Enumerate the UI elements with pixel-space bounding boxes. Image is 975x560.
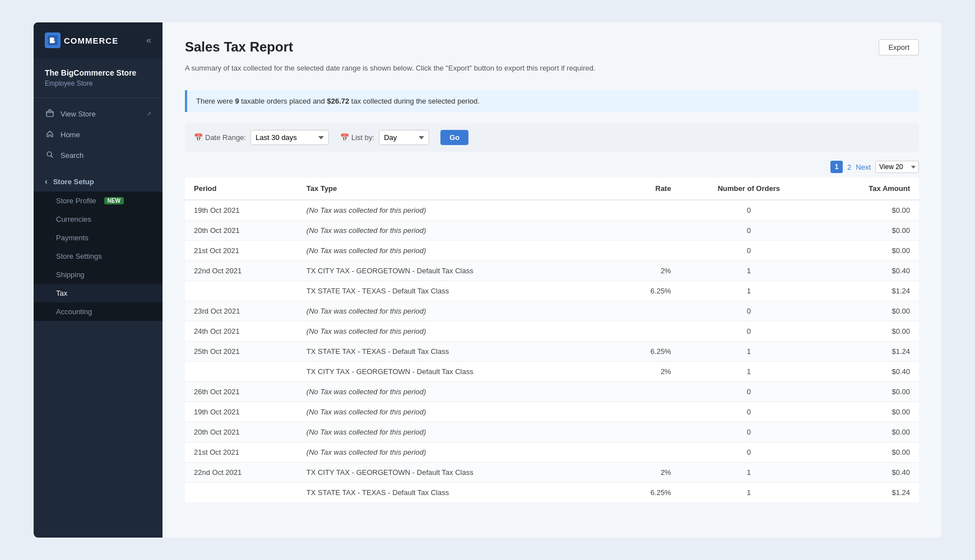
new-badge: NEW [104,197,124,204]
cell-period: 26th Oct 2021 [185,382,298,402]
cell-amount: $0.00 [818,321,919,342]
page-2-link[interactable]: 2 [847,163,851,171]
sidebar-item-view-store-label: View Store [61,110,96,118]
sidebar-item-tax[interactable]: Tax [34,284,162,302]
logo-icon [45,32,61,48]
calendar2-icon: 📅 [340,133,349,142]
store-name: The BigCommerce Store [45,68,151,77]
cell-orders: 1 [680,261,818,281]
export-button[interactable]: Export [879,39,919,55]
cell-amount: $0.00 [818,241,919,261]
cell-orders: 0 [680,301,818,321]
report-table: Period Tax Type Rate Number of Orders Ta… [185,178,919,502]
cell-tax-type: (No Tax was collected for this period) [298,382,614,402]
cell-orders: 0 [680,382,818,402]
sidebar-item-search-label: Search [61,151,83,160]
date-range-label: 📅 Date Range: [194,133,246,142]
go-button[interactable]: Go [440,130,468,145]
logo: COMMERCE [45,32,118,48]
page-title-area: Sales Tax Report A summary of tax collec… [185,39,596,81]
cell-rate [614,442,680,463]
col-amount: Tax Amount [818,178,919,200]
table-row: 26th Oct 2021(No Tax was collected for t… [185,382,919,402]
summary-text: A summary of tax collected for the selec… [185,64,596,72]
cell-amount: $0.00 [818,200,919,221]
cell-amount: $0.40 [818,463,919,483]
store-setup-submenu: Store Profile NEW Currencies Payments St… [34,192,162,321]
sidebar-item-home[interactable]: Home [34,124,162,145]
sidebar-item-view-store[interactable]: View Store ↗ [34,104,162,124]
date-range-group: 📅 Date Range: Last 30 days Last 7 days T… [194,130,329,145]
cell-orders: 1 [680,281,818,301]
home-icon [45,130,55,139]
cell-orders: 1 [680,342,818,362]
date-range-select[interactable]: Last 30 days Last 7 days This Month Last… [250,130,329,145]
next-link[interactable]: Next [856,163,871,171]
cell-rate [614,402,680,422]
table-row: 19th Oct 2021(No Tax was collected for t… [185,200,919,221]
cell-period: 21st Oct 2021 [185,241,298,261]
cell-rate: 6.25% [614,483,680,503]
sidebar-item-store-settings[interactable]: Store Settings [34,247,162,265]
cell-rate [614,422,680,442]
sidebar-item-accounting[interactable]: Accounting [34,302,162,321]
sidebar-collapse-button[interactable]: « [146,35,151,45]
list-by-select[interactable]: Day Week Month [379,130,429,145]
sidebar-item-payments[interactable]: Payments [34,228,162,247]
store-setup-header[interactable]: ‹ Store Setup [34,171,162,192]
cell-tax-type: (No Tax was collected for this period) [298,241,614,261]
external-link-icon: ↗ [146,110,151,118]
cell-tax-type: (No Tax was collected for this period) [298,442,614,463]
banner-mid: taxable orders placed and [239,97,327,105]
cell-tax-type: (No Tax was collected for this period) [298,301,614,321]
table-body: 19th Oct 2021(No Tax was collected for t… [185,200,919,502]
store-subtitle: Employee Store [45,80,151,87]
sidebar-item-home-label: Home [61,130,80,139]
cell-amount: $0.40 [818,261,919,281]
cell-tax-type: TX STATE TAX - TEXAS - Default Tax Class [298,281,614,301]
banner-pre: There were [196,97,235,105]
view-select[interactable]: View 20 View 50 View 100 [875,161,919,173]
table-row: 23rd Oct 2021(No Tax was collected for t… [185,301,919,321]
cell-period: 22nd Oct 2021 [185,261,298,281]
cell-amount: $1.24 [818,281,919,301]
store-icon [45,109,55,119]
cell-orders: 0 [680,402,818,422]
store-settings-label: Store Settings [56,252,102,260]
cell-rate: 6.25% [614,342,680,362]
sidebar-item-currencies[interactable]: Currencies [34,210,162,228]
cell-tax-type: (No Tax was collected for this period) [298,321,614,342]
table-row: 25th Oct 2021TX STATE TAX - TEXAS - Defa… [185,342,919,362]
currencies-label: Currencies [56,215,91,223]
table-row: 19th Oct 2021(No Tax was collected for t… [185,402,919,422]
calendar-icon: 📅 [194,133,203,142]
cell-amount: $0.00 [818,402,919,422]
cell-orders: 0 [680,221,818,241]
cell-tax-type: TX STATE TAX - TEXAS - Default Tax Class [298,342,614,362]
cell-rate [614,301,680,321]
cell-tax-type: TX STATE TAX - TEXAS - Default Tax Class [298,483,614,503]
sidebar-item-shipping[interactable]: Shipping [34,265,162,284]
table-row: TX STATE TAX - TEXAS - Default Tax Class… [185,281,919,301]
table-row: 24th Oct 2021(No Tax was collected for t… [185,321,919,342]
banner-tax-amount: $26.72 [327,97,349,105]
cell-period: 20th Oct 2021 [185,221,298,241]
cell-rate: 2% [614,362,680,382]
cell-orders: 0 [680,422,818,442]
cell-orders: 0 [680,200,818,221]
pagination-row: 1 2 Next View 20 View 50 View 100 [185,161,919,173]
list-by-label: 📅 List by: [340,133,374,142]
sidebar-item-search[interactable]: Search [34,145,162,166]
col-rate: Rate [614,178,680,200]
cell-tax-type: (No Tax was collected for this period) [298,422,614,442]
col-period: Period [185,178,298,200]
cell-amount: $0.00 [818,301,919,321]
sidebar-item-store-profile[interactable]: Store Profile NEW [34,192,162,210]
top-nav: View Store ↗ Home Search [34,98,162,171]
page-title: Sales Tax Report [185,39,596,55]
cell-rate [614,221,680,241]
table-row: 20th Oct 2021(No Tax was collected for t… [185,221,919,241]
banner-post: tax collected during the selected period… [349,97,480,105]
cell-orders: 0 [680,241,818,261]
col-tax-type: Tax Type [298,178,614,200]
